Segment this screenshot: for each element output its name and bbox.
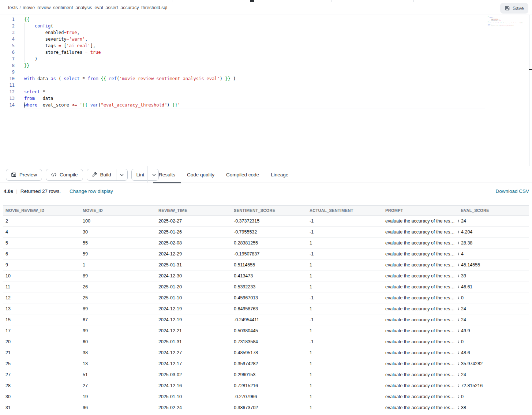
cell-prompt: evaluate the accuracy of the res… — [383, 372, 459, 377]
prompt-text: evaluate the accuracy of the res… — [385, 306, 455, 311]
table-row[interactable]: 25132024-12-170.359742821evaluate the ac… — [3, 358, 529, 369]
cell-movie-review-id: 20 — [3, 339, 80, 344]
column-header-actual-sentiment[interactable]: ACTUAL_SENTIMENT — [307, 208, 383, 213]
cell-movie-review-id: 30 — [3, 394, 80, 399]
prompt-text: evaluate the accuracy of the res… — [385, 251, 455, 257]
cell-sentiment-score: 0.28381255 — [232, 240, 307, 246]
code-token: ' — [80, 102, 82, 108]
column-header-prompt[interactable]: PROMPT — [383, 208, 459, 213]
breadcrumb-folder[interactable]: tests — [8, 5, 18, 10]
code-line-12[interactable]: select * — [24, 89, 485, 95]
code-line-4[interactable]: severity='warn', — [24, 36, 485, 42]
cell-sentiment-score: -0.19507837 — [232, 251, 307, 257]
table-row[interactable]: 21382024-12-270.485951781evaluate the ac… — [3, 347, 529, 358]
code-line-14[interactable]: where eval_score <= '{{ var("eval_accura… — [24, 102, 485, 108]
table-row[interactable]: 912025-01-310.51145551evaluate the accur… — [3, 259, 529, 270]
table-row[interactable]: 5552025-02-080.283812551evaluate the acc… — [3, 238, 529, 248]
column-header-review-time[interactable]: REVIEW_TIME — [156, 208, 232, 213]
file-header-bar: tests/movie_review_sentiment_analysis_ev… — [0, 2, 532, 15]
cell-eval-score: 38 — [459, 405, 529, 410]
table-row[interactable]: 20602025-01-310.73183584-1evaluate the a… — [3, 336, 529, 347]
line-number: 3 — [0, 29, 15, 36]
tab-compiled-code[interactable]: Compiled code — [220, 166, 265, 183]
prompt-text: evaluate the accuracy of the res… — [385, 240, 455, 246]
table-row[interactable]: 31962025-02-240.386737021evaluate the ac… — [3, 402, 529, 413]
cell-movie-id: 89 — [80, 273, 156, 278]
cell-sentiment-score: 0.73183584 — [232, 339, 307, 344]
code-line-10[interactable]: with data as ( select * from {{ ref('mov… — [24, 75, 485, 82]
cell-actual-sentiment: -1 — [307, 229, 383, 235]
code-token: [ — [61, 43, 66, 48]
prompt-text: evaluate the accuracy of the res… — [385, 372, 455, 377]
preview-button[interactable]: Preview — [6, 169, 42, 181]
column-header-sentiment-score[interactable]: SENTIMENT_SCORE — [232, 208, 307, 213]
compile-button[interactable]: Compile — [46, 169, 83, 181]
build-button[interactable]: Build — [87, 169, 116, 180]
cell-prompt: evaluate the accuracy of the res… — [383, 394, 459, 399]
sql-code-editor[interactable]: 1234567891011121314 {{ config( enabled=t… — [0, 15, 532, 166]
build-label: Build — [100, 172, 111, 177]
table-row[interactable]: 11262025-01-200.53922331evaluate the acc… — [3, 281, 529, 292]
cell-sentiment-score: -0.37372315 — [232, 218, 307, 224]
table-row[interactable]: 17992024-12-210.503804451evaluate the ac… — [3, 325, 529, 336]
table-row[interactable]: 6592024-12-29-0.19507837-1evaluate the a… — [3, 248, 529, 259]
minimap[interactable]: {{ config( enabled=true, severity='warn'… — [488, 16, 529, 26]
cell-movie-review-id: 11 — [3, 284, 80, 289]
cell-movie-review-id: 5 — [3, 240, 80, 246]
cell-actual-sentiment: -1 — [307, 317, 383, 322]
code-line-5[interactable]: tags = ['ai_eval'], — [24, 42, 485, 49]
table-row[interactable]: 15672024-12-19-0.24954411-1evaluate the … — [3, 314, 529, 325]
code-line-1[interactable]: {{ — [24, 16, 485, 23]
indent-guide — [35, 29, 35, 56]
tab-code-quality[interactable]: Code quality — [181, 166, 220, 183]
save-button[interactable]: Save — [500, 3, 528, 14]
tab-compiled-code-label: Compiled code — [226, 172, 259, 177]
lint-button[interactable]: Lint — [132, 169, 149, 180]
table-row[interactable]: 21002025-02-27-0.37372315-1evaluate the … — [3, 216, 529, 227]
scrollbar-marker[interactable] — [529, 69, 532, 70]
code-line-2[interactable]: config( — [24, 23, 485, 29]
code-line-13[interactable]: from data — [24, 95, 485, 102]
code-token: true — [67, 30, 77, 35]
build-dropdown-toggle[interactable] — [116, 169, 127, 180]
table-row[interactable]: 28272024-12-160.728152161evaluate the ac… — [3, 380, 529, 391]
cell-sentiment-score: -0.24954411 — [232, 317, 307, 322]
table-row[interactable]: 4302025-01-26-0.7955532-1evaluate the ac… — [3, 227, 529, 238]
tab-results[interactable]: Results — [153, 166, 181, 183]
code-line-9[interactable] — [24, 69, 485, 75]
code-token: ( — [50, 23, 53, 29]
cell-actual-sentiment: 1 — [307, 394, 383, 399]
code-line-11[interactable] — [24, 82, 485, 89]
change-row-display-link[interactable]: Change row display — [70, 188, 113, 194]
prompt-text: evaluate the accuracy of the res… — [385, 339, 455, 344]
table-row[interactable]: 10892024-12-300.4134731evaluate the accu… — [3, 270, 529, 281]
code-line-3[interactable]: enabled=true, — [24, 29, 485, 36]
table-row[interactable]: 13892024-12-190.649587631evaluate the ac… — [3, 303, 529, 314]
table-row[interactable]: 30192025-01-10-0.27079661evaluate the ac… — [3, 391, 529, 402]
code-token: severity — [24, 37, 67, 42]
cell-actual-sentiment: -1 — [307, 251, 383, 257]
column-header-movie-review-id[interactable]: MOVIE_REVIEW_ID — [3, 208, 80, 213]
code-token: as — [50, 76, 56, 81]
code-area[interactable]: {{ config( enabled=true, severity='warn'… — [24, 16, 485, 108]
table-row[interactable]: 12252025-01-100.45967013-1evaluate the a… — [3, 292, 529, 303]
tab-lineage[interactable]: Lineage — [265, 166, 294, 183]
cell-movie-id: 60 — [80, 339, 156, 344]
prompt-text: evaluate the accuracy of the res… — [385, 328, 455, 333]
code-line-6[interactable]: store_failures = true — [24, 49, 485, 56]
column-header-movie-id[interactable]: MOVIE_ID — [80, 208, 156, 213]
prompt-text: evaluate the accuracy of the res… — [385, 262, 455, 268]
code-line-7[interactable]: ) — [24, 56, 485, 62]
prompt-text: evaluate the accuracy of the res… — [385, 218, 455, 224]
code-token: enabled — [24, 30, 64, 35]
table-row[interactable]: 27512025-03-020.29601531evaluate the acc… — [3, 369, 529, 380]
download-csv-link[interactable]: Download CSV — [495, 188, 529, 194]
cell-movie-review-id: 28 — [3, 383, 80, 388]
column-header-eval-score[interactable]: EVAL_SCORE — [459, 208, 529, 213]
cell-review-time: 2025-02-24 — [156, 405, 232, 410]
code-line-8[interactable]: }} — [24, 62, 485, 69]
cell-sentiment-score: 0.50380445 — [232, 328, 307, 333]
floppy-disk-icon — [505, 5, 510, 11]
cell-eval-score: 4.204 — [459, 229, 529, 235]
code-token: where — [24, 102, 37, 108]
